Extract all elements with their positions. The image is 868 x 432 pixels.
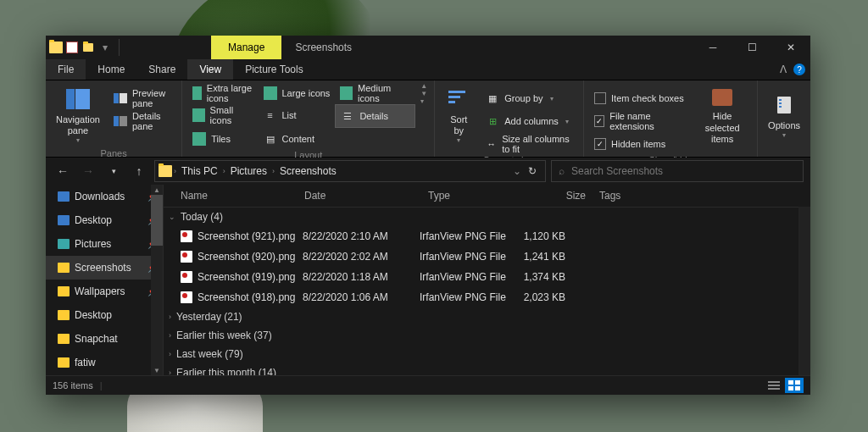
- group-label: Last week (79): [176, 348, 243, 360]
- file-list-pane: Name Date Type Size Tags ⌄Today (4)Scree…: [164, 185, 810, 375]
- tab-strip: File Home Share View Picture Tools ᐱ ?: [46, 59, 810, 80]
- column-header-type[interactable]: Type: [421, 190, 528, 202]
- item-count: 156 items: [53, 380, 93, 390]
- tab-home[interactable]: Home: [86, 59, 136, 80]
- folder-icon: [58, 239, 70, 249]
- svg-rect-15: [768, 385, 780, 386]
- layout-details[interactable]: ☰Details: [335, 104, 415, 128]
- tab-picture-tools[interactable]: Picture Tools: [233, 59, 314, 80]
- nav-scrollbar[interactable]: ▲ ▼: [151, 185, 163, 375]
- svg-rect-9: [712, 89, 732, 106]
- group-header[interactable]: ›Last week (79): [164, 345, 810, 363]
- options-button[interactable]: Options ▾: [763, 82, 805, 148]
- navigation-pane-button[interactable]: Navigation pane ▾: [51, 82, 105, 148]
- crumb-this-pc[interactable]: This PC: [178, 165, 221, 177]
- file-extensions-toggle[interactable]: ✓File name extensions: [589, 110, 689, 132]
- breadcrumb[interactable]: › This PC › Pictures › Screenshots ⌄ ↻: [154, 160, 546, 182]
- hide-selected-button[interactable]: Hide selected items: [693, 82, 752, 148]
- layout-md-icons[interactable]: Medium icons: [335, 82, 415, 104]
- layout-scroll-up-icon[interactable]: ▲: [420, 82, 427, 90]
- search-icon: ⌕: [559, 165, 565, 177]
- hidden-items-toggle[interactable]: ✓Hidden items: [589, 133, 689, 155]
- layout-list[interactable]: ≡List: [259, 104, 336, 126]
- recent-dropdown-icon[interactable]: ▾: [103, 161, 124, 181]
- search-input[interactable]: ⌕ Search Screenshots: [551, 160, 804, 182]
- tab-view[interactable]: View: [187, 59, 233, 80]
- column-header-name[interactable]: Name: [174, 190, 298, 202]
- layout-sm-icons[interactable]: Small icons: [187, 104, 258, 126]
- sort-by-button[interactable]: Sort by ▾: [440, 82, 477, 148]
- nav-item[interactable]: Desktop📌: [46, 208, 163, 232]
- group-header[interactable]: ⌄Today (4): [164, 208, 810, 226]
- up-button[interactable]: ↑: [129, 161, 149, 181]
- file-date: 8/22/2020 1:06 AM: [303, 291, 420, 303]
- layout-lg-icons[interactable]: Large icons: [259, 82, 336, 104]
- forward-button[interactable]: →: [78, 161, 98, 181]
- group-header[interactable]: ›Yesterday (21): [164, 307, 810, 326]
- minimize-button[interactable]: ─: [693, 36, 732, 59]
- nav-item[interactable]: Wallpapers📌: [46, 280, 163, 303]
- group-header[interactable]: ›Earlier this month (14): [164, 363, 810, 375]
- thumbnails-view-toggle[interactable]: [785, 378, 804, 393]
- nav-item[interactable]: Downloads📌: [46, 185, 163, 208]
- details-pane-button[interactable]: Details pane: [108, 110, 176, 132]
- layout-more-icon[interactable]: ▾: [420, 97, 427, 105]
- nav-item[interactable]: Screenshots📌: [46, 256, 163, 280]
- content-scrollbar[interactable]: [798, 207, 810, 375]
- size-columns-button[interactable]: ↔Size all columns to fit: [481, 133, 578, 155]
- details-view-toggle[interactable]: [765, 378, 783, 393]
- address-dropdown-icon[interactable]: ⌄: [513, 165, 521, 177]
- nav-item[interactable]: Pictures📌: [46, 232, 163, 256]
- window-title: Screenshots: [281, 36, 365, 59]
- layout-xl-icons[interactable]: Extra large icons: [187, 82, 258, 104]
- back-button[interactable]: ←: [53, 161, 73, 181]
- nav-item[interactable]: fatiw: [46, 351, 163, 374]
- close-button[interactable]: ✕: [771, 36, 810, 59]
- group-by-button[interactable]: ▦Group by▾: [481, 87, 578, 109]
- layout-scroll-down-icon[interactable]: ▼: [420, 90, 427, 97]
- ribbon-group-options: Options ▾: [758, 80, 810, 157]
- svg-rect-12: [779, 102, 782, 104]
- tab-file[interactable]: File: [46, 59, 86, 80]
- location-icon: [159, 165, 172, 177]
- column-header-date[interactable]: Date: [298, 190, 421, 202]
- nav-item[interactable]: Snapchat: [46, 327, 163, 351]
- column-header-tags[interactable]: Tags: [593, 190, 674, 202]
- nav-item-label: Snapchat: [75, 333, 118, 345]
- file-size: 2,023 KB: [513, 291, 565, 303]
- ribbon: Navigation pane ▾ Preview pane Details p…: [46, 80, 810, 158]
- maximize-button[interactable]: ☐: [732, 36, 771, 59]
- preview-pane-button[interactable]: Preview pane: [108, 87, 176, 109]
- column-header-size[interactable]: Size: [528, 190, 593, 202]
- file-type: IrfanView PNG File: [420, 251, 513, 263]
- file-row[interactable]: Screenshot (918).png8/22/2020 1:06 AMIrf…: [164, 287, 810, 307]
- svg-rect-5: [120, 116, 127, 126]
- file-row[interactable]: Screenshot (920).png8/22/2020 2:02 AMIrf…: [164, 246, 810, 267]
- ribbon-group-layout: Extra large icons Large icons Medium ico…: [182, 80, 435, 157]
- png-file-icon: [181, 271, 192, 283]
- collapse-ribbon-icon[interactable]: ᐱ: [780, 64, 787, 75]
- layout-tiles[interactable]: Tiles: [187, 128, 258, 150]
- refresh-icon[interactable]: ↻: [528, 165, 537, 177]
- app-icon[interactable]: [49, 42, 63, 53]
- nav-item[interactable]: Away Web📌: [46, 374, 163, 375]
- file-size: 1,374 KB: [513, 271, 565, 283]
- file-row[interactable]: Screenshot (919).png8/22/2020 1:18 AMIrf…: [164, 267, 810, 287]
- crumb-pictures[interactable]: Pictures: [227, 165, 270, 177]
- qat-new-folder-icon[interactable]: [81, 41, 95, 54]
- add-columns-button[interactable]: ⊞Add columns▾: [481, 110, 578, 132]
- qat-properties-icon[interactable]: [66, 42, 78, 53]
- nav-item[interactable]: Desktop: [46, 303, 163, 327]
- layout-content[interactable]: ▤Content: [259, 128, 336, 150]
- ribbon-group-panes: Navigation pane ▾ Preview pane Details p…: [46, 80, 182, 157]
- tab-share[interactable]: Share: [136, 59, 187, 80]
- group-header[interactable]: ›Earlier this week (37): [164, 326, 810, 345]
- crumb-screenshots[interactable]: Screenshots: [276, 165, 340, 177]
- qat-dropdown-icon[interactable]: ▾: [98, 41, 112, 54]
- file-name: Screenshot (919).png: [198, 271, 303, 283]
- help-icon[interactable]: ?: [793, 64, 805, 75]
- context-tab-manage[interactable]: Manage: [211, 36, 281, 59]
- group-label: Yesterday (21): [176, 311, 242, 323]
- item-check-boxes-toggle[interactable]: Item check boxes: [589, 87, 689, 109]
- file-row[interactable]: Screenshot (921).png8/22/2020 2:10 AMIrf…: [164, 226, 810, 246]
